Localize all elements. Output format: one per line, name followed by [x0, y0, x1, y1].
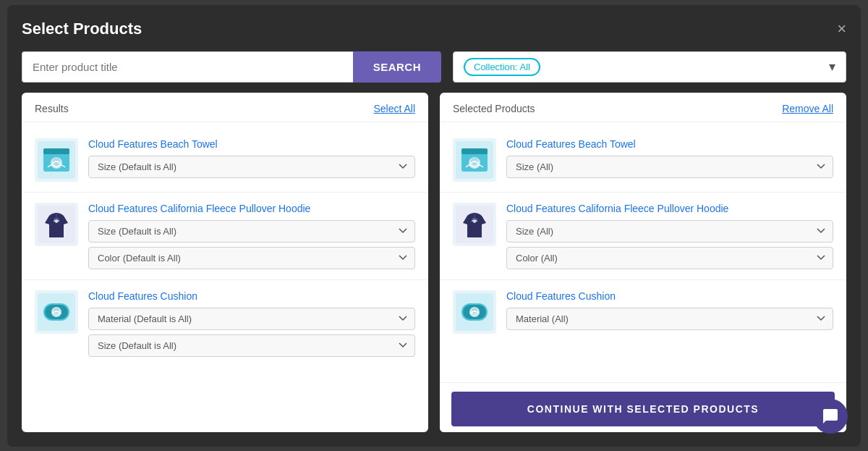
- product-name[interactable]: Cloud Features California Fleece Pullove…: [88, 203, 415, 214]
- product-thumbnail: [35, 203, 78, 246]
- product-thumbnail: [453, 138, 496, 182]
- selected-label: Selected Products: [453, 103, 535, 114]
- svg-rect-2: [43, 148, 69, 154]
- product-thumbnail: [35, 290, 78, 334]
- results-label: Results: [35, 103, 69, 114]
- main-content: Results Select All: [22, 93, 846, 432]
- selected-products-panel: Selected Products Remove All: [440, 93, 846, 432]
- list-item: Cloud Features California Fleece Pullove…: [22, 193, 428, 280]
- product-name[interactable]: Cloud Features Cushion: [506, 290, 833, 302]
- search-area: SEARCH: [22, 51, 441, 83]
- size-select[interactable]: Size (All): [506, 156, 833, 178]
- material-select[interactable]: Material (All): [506, 308, 833, 330]
- product-details: Cloud Features Cushion Material (All): [506, 290, 833, 330]
- collection-badge: Collection: All: [464, 58, 540, 76]
- product-details: Cloud Features California Fleece Pullove…: [506, 203, 833, 269]
- size-select[interactable]: Size (All): [506, 220, 833, 243]
- search-row: SEARCH Collection: All ▾: [22, 51, 846, 83]
- size-select[interactable]: Size (Default is All): [88, 334, 415, 357]
- cushion-icon: [456, 293, 493, 331]
- size-select[interactable]: Size (Default is All): [88, 220, 415, 243]
- color-select[interactable]: Color (All): [506, 247, 833, 269]
- svg-rect-15: [461, 148, 488, 154]
- svg-point-12: [54, 308, 59, 313]
- search-button[interactable]: SEARCH: [353, 51, 441, 83]
- product-name[interactable]: Cloud Features California Fleece Pullove…: [506, 203, 833, 214]
- remove-all-button[interactable]: Remove All: [782, 103, 833, 114]
- product-name[interactable]: Cloud Features Beach Towel: [88, 138, 415, 150]
- product-details: Cloud Features Beach Towel Size (Default…: [88, 138, 415, 178]
- results-panel-header: Results Select All: [22, 93, 428, 122]
- product-thumbnail: [453, 290, 496, 334]
- right-panel-footer: CONTINUE WITH SELECTED PRODUCTS: [440, 382, 846, 432]
- list-item: Cloud Features Beach Towel Size (All): [440, 128, 846, 193]
- selected-panel-header: Selected Products Remove All: [440, 93, 846, 122]
- list-item: Cloud Features Cushion Material (Default…: [22, 280, 428, 367]
- chevron-down-icon: ▾: [829, 59, 835, 75]
- list-item: Cloud Features Cushion Material (All): [440, 280, 846, 344]
- hoodie-icon: [456, 206, 493, 243]
- product-details: Cloud Features California Fleece Pullove…: [88, 203, 415, 269]
- selected-list: Cloud Features Beach Towel Size (All): [440, 122, 846, 382]
- beach-towel-icon: [456, 141, 493, 179]
- modal-header: Select Products ×: [22, 20, 846, 38]
- list-item: Cloud Features Beach Towel Size (Default…: [22, 128, 428, 193]
- svg-point-25: [472, 308, 477, 313]
- continue-button[interactable]: CONTINUE WITH SELECTED PRODUCTS: [451, 392, 835, 426]
- product-details: Cloud Features Beach Towel Size (All): [506, 138, 833, 178]
- material-select[interactable]: Material (Default is All): [88, 308, 415, 330]
- cushion-icon: [38, 293, 75, 331]
- product-details: Cloud Features Cushion Material (Default…: [88, 290, 415, 357]
- close-button[interactable]: ×: [837, 21, 846, 37]
- beach-towel-icon: [38, 141, 75, 179]
- hoodie-icon: [38, 206, 75, 243]
- size-select[interactable]: Size (Default is All): [88, 156, 415, 178]
- modal: Select Products × SEARCH Collection: All…: [7, 5, 861, 447]
- results-list: Cloud Features Beach Towel Size (Default…: [22, 122, 428, 432]
- product-thumbnail: [453, 203, 496, 246]
- product-name[interactable]: Cloud Features Beach Towel: [506, 138, 833, 150]
- chat-icon: [822, 408, 839, 425]
- collection-dropdown[interactable]: Collection: All ▾: [453, 51, 846, 83]
- product-name[interactable]: Cloud Features Cushion: [88, 290, 415, 302]
- search-input[interactable]: [22, 51, 353, 83]
- color-select[interactable]: Color (Default is All): [88, 247, 415, 269]
- list-item: Cloud Features California Fleece Pullove…: [440, 193, 846, 280]
- product-thumbnail: [35, 138, 78, 182]
- select-all-button[interactable]: Select All: [373, 103, 415, 114]
- chat-bubble-button[interactable]: [813, 399, 848, 434]
- results-panel: Results Select All: [22, 93, 428, 432]
- modal-title: Select Products: [22, 20, 142, 38]
